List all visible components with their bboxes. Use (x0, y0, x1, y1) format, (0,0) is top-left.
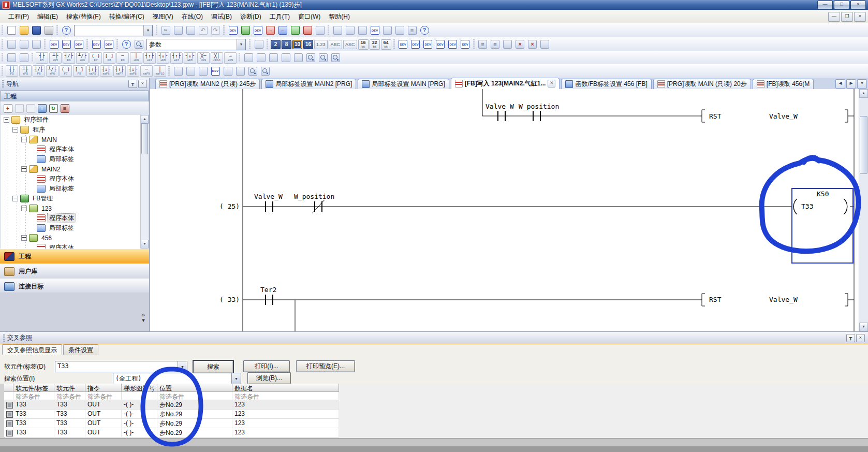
toolbar-grip[interactable] (393, 39, 395, 49)
tree-expander-icon[interactable] (21, 137, 27, 142)
sort-ascending-button[interactable] (489, 39, 502, 50)
tree-expander-icon[interactable] (21, 206, 27, 211)
search-button[interactable]: 搜索 (193, 360, 234, 374)
ladder-tool-sF6[interactable]: ┴/├sF6 (76, 52, 89, 64)
tab-scroll-right-icon[interactable]: ▶ (846, 79, 856, 89)
tree-expander-icon[interactable] (12, 127, 18, 133)
display-ASC-button[interactable]: ASC (343, 40, 357, 49)
ladder-tool-sF8[interactable]: ┤↓├sF8 (157, 52, 169, 64)
sort-program-button[interactable] (406, 25, 418, 36)
ladder-tool-F7[interactable]: ( )F7 (60, 65, 72, 77)
new-project-button[interactable] (5, 25, 18, 36)
zoom-out-button[interactable] (329, 52, 342, 64)
document-tab[interactable]: [PRG]读取 MAIN2 (只读) 245步 (155, 79, 260, 89)
chevron-down-icon[interactable]: ▼ (178, 361, 187, 372)
wrap-create-button[interactable] (279, 52, 292, 64)
nav-view-button-用户库[interactable]: 用户库 (0, 264, 149, 280)
toolbar-grip[interactable] (168, 66, 170, 76)
toolbar-grip[interactable] (239, 53, 240, 63)
ladder-tool-F8[interactable]: [ ]F8 (103, 52, 115, 64)
tree-item-MAIN2[interactable]: MAIN2 (1, 164, 149, 174)
radix-16-button[interactable]: 16 (303, 40, 313, 49)
table-row[interactable]: T33T33OUT-( )-步No.29123 (4, 428, 868, 438)
tree-item-456[interactable]: 456 (1, 233, 149, 243)
menu-item-在线(O)[interactable]: 在线(O) (178, 11, 207, 23)
radix-2-button[interactable]: 2 (271, 40, 281, 49)
refresh-button[interactable] (48, 103, 59, 114)
tree-scrollbar[interactable]: ▲ ▼ (140, 115, 149, 249)
tab-scroll-left-icon[interactable]: ◀ (835, 79, 845, 89)
tree-item-局部标签[interactable]: 局部标签 (1, 154, 149, 164)
contact-label[interactable]: Ter2 (260, 286, 276, 294)
toolbar-grip[interactable] (116, 39, 118, 49)
contact-label[interactable]: Valve_W (486, 103, 514, 110)
device-list-button[interactable] (60, 39, 72, 50)
device-test-button[interactable] (369, 25, 381, 36)
drag-grip[interactable] (3, 334, 5, 342)
statement-edit-button[interactable] (184, 65, 197, 77)
ladder-tool-F9[interactable]: ─F9 (116, 52, 129, 64)
mdi-minimize-button[interactable]: — (828, 12, 840, 22)
table-row[interactable]: T33T33OUT-( )-步No.29123 (4, 419, 868, 428)
document-tab[interactable]: 局部标签设置 MAIN2 [PRG] (261, 79, 356, 89)
tree-expander-icon[interactable] (12, 196, 18, 201)
close-icon[interactable]: × (138, 80, 147, 88)
menu-item-诊断(D)[interactable]: 诊断(D) (236, 11, 266, 23)
device-comment-button[interactable] (227, 25, 239, 36)
toolbar-grip[interactable] (473, 39, 475, 49)
menu-item-编辑(E)[interactable]: 编辑(E) (33, 11, 62, 23)
device-memory-button[interactable] (252, 25, 264, 36)
window-close-button[interactable] (514, 39, 526, 50)
menu-item-搜索/替换(F)[interactable]: 搜索/替换(F) (62, 11, 105, 23)
paste-button[interactable] (184, 25, 197, 36)
write-to-plc-button[interactable] (264, 25, 276, 36)
bit-16-button[interactable]: 16bit (358, 39, 369, 50)
work-window-button[interactable] (30, 39, 42, 50)
copy-button[interactable] (172, 25, 184, 36)
device-comment-edit-button[interactable] (209, 65, 222, 77)
search-location-combo[interactable]: (全工程) ▼ (113, 373, 241, 384)
wrap-release-button[interactable] (292, 52, 304, 64)
sort-descending-button[interactable] (477, 39, 489, 50)
monitor-write-button[interactable] (344, 25, 356, 36)
menu-item-窗口(W)[interactable]: 窗口(W) (294, 11, 325, 23)
browse-dropdown-button[interactable] (253, 39, 265, 50)
ladder-tool-sF7[interactable]: ┤↑├sF7 (143, 52, 156, 64)
find-binoculars-button[interactable] (133, 39, 145, 50)
chevron-down-icon[interactable]: ▼ (143, 25, 152, 36)
line-draw-button[interactable] (255, 52, 267, 64)
tree-item-程序部件[interactable]: 程序部件 (1, 115, 149, 125)
mdi-close-button[interactable]: × (854, 12, 866, 22)
contact-label[interactable]: Valve_W (254, 193, 283, 200)
toolbar-grip[interactable] (2, 25, 3, 35)
ladder-tool-sF6[interactable]: ┴/├sF6 (46, 65, 58, 77)
ladder-tool-saF9[interactable]: ─saF9 (140, 65, 153, 77)
tree-item-程序本体[interactable]: 程序本体 (1, 213, 149, 223)
ladder-tool-sF5[interactable]: ┴├sF5 (19, 65, 32, 77)
device-save-all-button[interactable] (434, 39, 447, 50)
ladder-tool-saF10[interactable]: │saF10 (154, 65, 166, 77)
toolbar-grip[interactable] (249, 39, 251, 49)
toolbar-grip[interactable] (56, 25, 58, 35)
menu-item-帮助(H)[interactable]: 帮助(H) (325, 11, 354, 23)
tree-expander-icon[interactable] (21, 166, 27, 172)
module-configuration-button[interactable] (18, 39, 30, 50)
scrollbar-thumb[interactable] (141, 123, 148, 154)
table-row[interactable]: T33T33OUT-( )-步No.29123 (4, 410, 868, 419)
tree-item-程序[interactable]: 程序 (1, 125, 149, 135)
device-restore-button[interactable] (447, 39, 459, 50)
remote-operation-button[interactable] (393, 25, 406, 36)
tab-list-icon[interactable]: ▾ (857, 79, 867, 89)
tree-expander-icon[interactable] (4, 117, 9, 123)
window-close-all-button[interactable] (526, 39, 539, 50)
zoom-select-button[interactable] (304, 52, 317, 64)
cut-button[interactable] (159, 25, 172, 36)
print-preview-button[interactable]: 打印预览(E)... (296, 360, 355, 372)
verify-button[interactable] (314, 25, 326, 36)
line-erase-button[interactable] (267, 52, 279, 64)
chevron-down-icon[interactable]: ▼ (231, 373, 241, 384)
toolbar-grip[interactable] (328, 25, 329, 35)
undo-button[interactable] (197, 25, 209, 36)
new-item-button[interactable] (2, 103, 13, 114)
ladder-tool-saF7[interactable]: ┤↑├saF7 (113, 65, 126, 77)
